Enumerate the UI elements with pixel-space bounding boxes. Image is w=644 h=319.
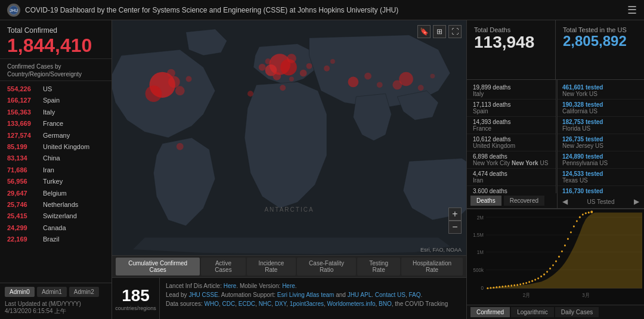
country-item[interactable]: 83,134China xyxy=(0,153,112,164)
death-item: 10,612 deathsUnited Kingdom xyxy=(467,134,556,151)
map-tab-2[interactable]: Incidence Rate xyxy=(247,258,296,275)
country-count: 85,199 xyxy=(7,143,40,151)
country-item[interactable]: 25,415Switzerland xyxy=(0,210,112,222)
country-count: 156,363 xyxy=(7,108,40,117)
contact-link[interactable]: Contact US xyxy=(375,292,405,298)
country-count: 83,134 xyxy=(7,154,40,163)
admin-tab-admin1[interactable]: Admin1 xyxy=(37,287,67,297)
map-tab-bar: Cumulative Confirmed CasesActive CasesIn… xyxy=(112,255,466,277)
country-name: Switzerland xyxy=(43,212,77,221)
tested-place: Pennsylvania US xyxy=(562,160,639,166)
tested-place: Florida US xyxy=(562,125,639,132)
svg-point-22 xyxy=(364,73,371,80)
tested-nav-right[interactable]: ▶ xyxy=(634,197,639,206)
main-layout: Total Confirmed 1,844,410 Confirmed Case… xyxy=(0,20,644,319)
svg-point-27 xyxy=(430,74,435,79)
svg-point-71 xyxy=(567,238,569,240)
country-item[interactable]: 166,127Spain xyxy=(0,95,112,106)
country-item[interactable]: 85,199United Kingdom xyxy=(0,141,112,153)
chart-tab-logarithmic[interactable]: Logarithmic xyxy=(511,307,554,317)
tested-item: 116,730 testedMassachusetts US xyxy=(558,186,644,195)
zoom-in-btn[interactable]: + xyxy=(448,207,462,221)
admin-tabs: Admin0Admin1Admin2 xyxy=(5,287,107,297)
svg-point-67 xyxy=(555,261,557,262)
country-item[interactable]: 133,669France xyxy=(0,118,112,129)
tested-item: 124,533 testedTexas US xyxy=(558,169,644,186)
right-deaths-col: 19,899 deathsItaly17,113 deathsSpain14,3… xyxy=(467,80,558,209)
svg-point-45 xyxy=(490,287,491,289)
svg-point-25 xyxy=(330,59,335,64)
svg-point-6 xyxy=(287,54,296,63)
country-count: 24,299 xyxy=(7,224,40,233)
svg-point-10 xyxy=(168,76,180,88)
map-tab-4[interactable]: Testing Rate xyxy=(357,258,400,275)
svg-point-15 xyxy=(300,70,307,77)
country-count: 127,574 xyxy=(7,131,40,140)
country-list: 554,226US166,127Spain156,363Italy133,669… xyxy=(0,81,112,283)
deaths-box: Total Deaths 113,948 xyxy=(467,20,556,79)
here-link-1[interactable]: Here xyxy=(224,283,237,289)
jhu-csse-link[interactable]: JHU CSSE xyxy=(188,292,218,298)
country-item[interactable]: 71,686Iran xyxy=(0,165,112,176)
country-name: Italy xyxy=(43,108,55,117)
admin-tab-admin2[interactable]: Admin2 xyxy=(69,287,99,297)
total-confirmed-box: Total Confirmed 1,844,410 xyxy=(0,20,112,59)
chart-tab-confirmed[interactable]: Confirmed xyxy=(470,307,510,317)
esri-link[interactable]: Esri Living Atlas team xyxy=(277,292,335,298)
death-item: 6,898 deathsNew York City New York US xyxy=(467,151,556,169)
country-name: Germany xyxy=(43,131,70,140)
country-item[interactable]: 24,299Canada xyxy=(0,222,112,234)
country-item[interactable]: 29,647Belgium xyxy=(0,188,112,199)
menu-icon[interactable]: ☰ xyxy=(627,4,637,17)
svg-point-7 xyxy=(273,72,281,80)
country-count: 22,169 xyxy=(7,235,40,244)
tested-count: 126,735 tested xyxy=(562,136,639,143)
map-tab-0[interactable]: Cumulative Confirmed Cases xyxy=(116,258,200,275)
bookmark-btn[interactable]: 🔖 xyxy=(417,25,431,38)
admin-tab-admin0[interactable]: Admin0 xyxy=(5,287,35,297)
faq-link[interactable]: FAQ xyxy=(408,292,420,298)
svg-text:1M: 1M xyxy=(477,249,484,255)
map-tab-5[interactable]: Hospitalization Rate xyxy=(401,258,463,275)
right-panel: Total Deaths 113,948 Total Tested in the… xyxy=(466,20,644,319)
svg-point-75 xyxy=(579,216,581,218)
list-view-btn[interactable]: ⊞ xyxy=(433,25,446,38)
country-count: 56,956 xyxy=(7,177,40,186)
map-tab-3[interactable]: Case-Fatality Ratio xyxy=(297,258,356,275)
jhu-logo: JHU xyxy=(7,4,20,17)
svg-point-50 xyxy=(504,285,506,287)
country-item[interactable]: 554,226US xyxy=(0,83,112,95)
country-name: France xyxy=(43,119,63,128)
tested-place: Texas US xyxy=(562,177,639,184)
map-tab-1[interactable]: Active Cases xyxy=(201,258,245,275)
svg-point-77 xyxy=(585,212,587,214)
right-lower: 19,899 deathsItaly17,113 deathsSpain14,3… xyxy=(467,80,644,319)
country-item[interactable]: 22,169Brazil xyxy=(0,234,112,245)
svg-point-11 xyxy=(175,86,185,95)
svg-point-72 xyxy=(570,231,572,233)
svg-point-56 xyxy=(522,283,524,284)
tested-nav-left[interactable]: ◀ xyxy=(562,197,568,206)
svg-point-60 xyxy=(534,278,536,280)
death-tab-deaths[interactable]: Deaths xyxy=(470,196,501,206)
country-item[interactable]: 156,363Italy xyxy=(0,107,112,118)
death-tab-recovered[interactable]: Recovered xyxy=(504,196,544,206)
svg-point-13 xyxy=(392,80,402,89)
svg-point-47 xyxy=(496,286,497,288)
sidebar-bottom: Admin0Admin1Admin2 Last Updated at (M/D/… xyxy=(0,283,112,319)
tested-count: 190,328 tested xyxy=(562,101,639,108)
jhu-apl-link[interactable]: JHU APL xyxy=(348,292,372,298)
chart-tab-daily-cases[interactable]: Daily Cases xyxy=(555,307,599,317)
svg-point-58 xyxy=(528,281,530,283)
svg-point-78 xyxy=(588,212,590,213)
svg-point-17 xyxy=(259,64,266,71)
country-name: United Kingdom xyxy=(43,143,89,151)
bottom-chart-area: 2M 1.5M 1M 500k 0 2月 3月 xyxy=(467,209,644,319)
here-link-2[interactable]: Here xyxy=(282,283,295,289)
expand-btn[interactable]: ⛶ xyxy=(448,25,462,38)
country-item[interactable]: 25,746Netherlands xyxy=(0,199,112,210)
svg-point-14 xyxy=(348,77,359,88)
country-item[interactable]: 127,574Germany xyxy=(0,130,112,141)
country-item[interactable]: 56,956Turkey xyxy=(0,176,112,187)
zoom-out-btn[interactable]: − xyxy=(448,221,462,234)
